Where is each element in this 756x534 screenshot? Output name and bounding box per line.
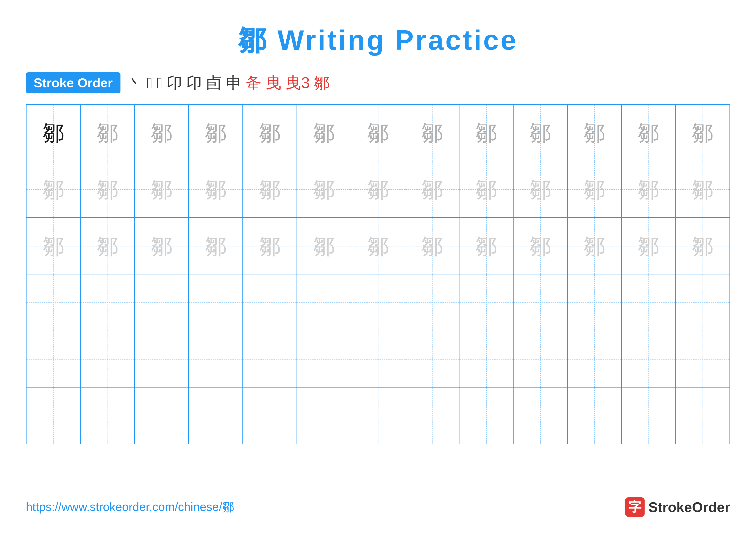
grid-cell-r4c2[interactable] xyxy=(80,274,134,331)
grid-cell-r3c3[interactable]: 鄒 xyxy=(134,217,189,274)
grid-cell-r3c7[interactable]: 鄒 xyxy=(351,217,405,274)
grid-cell-r1c6[interactable]: 鄒 xyxy=(297,105,351,161)
grid-cell-r2c9[interactable]: 鄒 xyxy=(459,161,513,218)
grid-cell-r2c7[interactable]: 鄒 xyxy=(351,161,405,218)
grid-cell-r2c4[interactable]: 鄒 xyxy=(189,161,243,218)
footer: https://www.strokeorder.com/chinese/鄒 字 … xyxy=(26,497,730,517)
grid-cell-r5c7[interactable] xyxy=(351,331,405,388)
grid-cell-r4c12[interactable] xyxy=(622,274,676,331)
grid-cell-r5c3[interactable] xyxy=(134,331,189,388)
char-solid: 鄒 xyxy=(43,122,64,143)
grid-cell-r6c8[interactable] xyxy=(405,387,459,444)
grid-cell-r4c6[interactable] xyxy=(297,274,351,331)
grid-cell-r6c1[interactable] xyxy=(26,387,80,444)
grid-cell-r5c1[interactable] xyxy=(26,331,80,388)
grid-cell-r6c10[interactable] xyxy=(513,387,567,444)
grid-cell-r6c9[interactable] xyxy=(459,387,513,444)
grid-cell-r6c2[interactable] xyxy=(80,387,134,444)
grid-cell-r4c1[interactable] xyxy=(26,274,80,331)
grid-cell-r3c5[interactable]: 鄒 xyxy=(243,217,297,274)
grid-cell-r1c3[interactable]: 鄒 xyxy=(134,105,189,161)
grid-cell-r5c6[interactable] xyxy=(297,331,351,388)
char-light2: 鄒 xyxy=(259,179,281,200)
grid-cell-r3c4[interactable]: 鄒 xyxy=(189,217,243,274)
grid-cell-r6c11[interactable] xyxy=(567,387,622,444)
char-light2: 鄒 xyxy=(638,235,659,257)
grid-cell-r6c6[interactable] xyxy=(297,387,351,444)
grid-cell-r5c10[interactable] xyxy=(513,331,567,388)
char-light2: 鄒 xyxy=(151,235,173,257)
grid-cell-r5c8[interactable] xyxy=(405,331,459,388)
grid-cell-r1c12[interactable]: 鄒 xyxy=(622,105,676,161)
char-light2: 鄒 xyxy=(151,179,173,200)
grid-cell-r3c8[interactable]: 鄒 xyxy=(405,217,459,274)
grid-cell-r4c3[interactable] xyxy=(134,274,189,331)
grid-cell-r5c11[interactable] xyxy=(567,331,622,388)
grid-cell-r6c3[interactable] xyxy=(134,387,189,444)
grid-cell-r2c8[interactable]: 鄒 xyxy=(405,161,459,218)
grid-cell-r6c5[interactable] xyxy=(243,387,297,444)
grid-cell-r1c11[interactable]: 鄒 xyxy=(567,105,622,161)
char-light1: 鄒 xyxy=(97,122,118,143)
grid-cell-r2c12[interactable]: 鄒 xyxy=(622,161,676,218)
grid-cell-r2c13[interactable]: 鄒 xyxy=(676,161,730,218)
grid-cell-r5c2[interactable] xyxy=(80,331,134,388)
grid-cell-r1c1[interactable]: 鄒 xyxy=(26,105,80,161)
char-light1: 鄒 xyxy=(692,122,713,143)
grid-cell-r5c13[interactable] xyxy=(676,331,730,388)
grid-cell-r1c8[interactable]: 鄒 xyxy=(405,105,459,161)
grid-cell-r2c3[interactable]: 鄒 xyxy=(134,161,189,218)
char-light2: 鄒 xyxy=(638,179,659,200)
grid-cell-r1c9[interactable]: 鄒 xyxy=(459,105,513,161)
char-light2: 鄒 xyxy=(421,179,443,200)
char-light2: 鄒 xyxy=(367,179,389,200)
grid-cell-r4c10[interactable] xyxy=(513,274,567,331)
grid-cell-r3c12[interactable]: 鄒 xyxy=(622,217,676,274)
practice-grid: 鄒 鄒 鄒 鄒 鄒 鄒 鄒 鄒 鄒 鄒 鄒 鄒 xyxy=(26,104,730,445)
grid-cell-r1c7[interactable]: 鄒 xyxy=(351,105,405,161)
grid-cell-r3c1[interactable]: 鄒 xyxy=(26,217,80,274)
grid-cell-r4c13[interactable] xyxy=(676,274,730,331)
grid-cell-r5c5[interactable] xyxy=(243,331,297,388)
char-light1: 鄒 xyxy=(313,122,335,143)
grid-cell-r1c13[interactable]: 鄒 xyxy=(676,105,730,161)
grid-cell-r2c5[interactable]: 鄒 xyxy=(243,161,297,218)
grid-cell-r2c6[interactable]: 鄒 xyxy=(297,161,351,218)
grid-cell-r1c5[interactable]: 鄒 xyxy=(243,105,297,161)
grid-cell-r4c7[interactable] xyxy=(351,274,405,331)
grid-cell-r4c4[interactable] xyxy=(189,274,243,331)
grid-cell-r3c2[interactable]: 鄒 xyxy=(80,217,134,274)
grid-cell-r2c10[interactable]: 鄒 xyxy=(513,161,567,218)
grid-cell-r6c7[interactable] xyxy=(351,387,405,444)
grid-cell-r2c1[interactable]: 鄒 xyxy=(26,161,80,218)
grid-cell-r3c13[interactable]: 鄒 xyxy=(676,217,730,274)
grid-cell-r4c8[interactable] xyxy=(405,274,459,331)
char-light1: 鄒 xyxy=(529,122,551,143)
grid-cell-r3c10[interactable]: 鄒 xyxy=(513,217,567,274)
grid-cell-r3c9[interactable]: 鄒 xyxy=(459,217,513,274)
grid-cell-r4c11[interactable] xyxy=(567,274,622,331)
char-light1: 鄒 xyxy=(475,122,497,143)
grid-cell-r6c13[interactable] xyxy=(676,387,730,444)
grid-cell-r1c2[interactable]: 鄒 xyxy=(80,105,134,161)
stroke-6: 卣 xyxy=(206,73,222,93)
grid-cell-r5c12[interactable] xyxy=(622,331,676,388)
grid-cell-r5c4[interactable] xyxy=(189,331,243,388)
grid-cell-r2c2[interactable]: 鄒 xyxy=(80,161,134,218)
grid-cell-r4c5[interactable] xyxy=(243,274,297,331)
char-light2: 鄒 xyxy=(367,235,389,257)
stroke-1: 丶 xyxy=(127,73,143,93)
grid-cell-r6c12[interactable] xyxy=(622,387,676,444)
grid-cell-r3c6[interactable]: 鄒 xyxy=(297,217,351,274)
grid-cell-r3c11[interactable]: 鄒 xyxy=(567,217,622,274)
grid-cell-r1c4[interactable]: 鄒 xyxy=(189,105,243,161)
grid-cell-r2c11[interactable]: 鄒 xyxy=(567,161,622,218)
grid-cell-r1c10[interactable]: 鄒 xyxy=(513,105,567,161)
char-light2: 鄒 xyxy=(259,235,281,257)
grid-cell-r4c9[interactable] xyxy=(459,274,513,331)
char-light1: 鄒 xyxy=(151,122,173,143)
grid-cell-r5c9[interactable] xyxy=(459,331,513,388)
grid-cell-r6c4[interactable] xyxy=(189,387,243,444)
char-light2: 鄒 xyxy=(43,179,64,200)
footer-url[interactable]: https://www.strokeorder.com/chinese/鄒 xyxy=(26,499,234,515)
